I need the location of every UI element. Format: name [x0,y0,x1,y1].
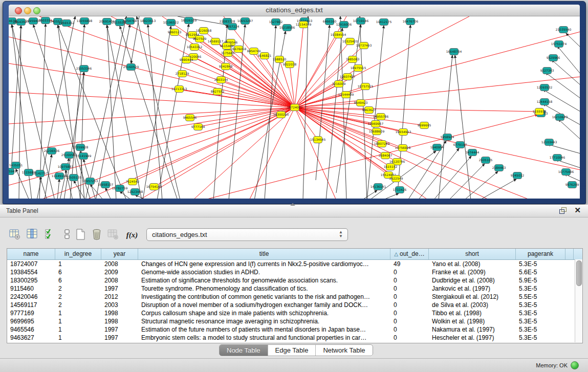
select-columns-icon[interactable] [44,228,57,242]
column-header-year[interactable]: year [101,249,138,259]
graph-node[interactable]: 3474444 [466,149,480,156]
graph-node[interactable]: 11544409 [338,92,354,98]
graph-node[interactable]: 9146821 [258,53,272,59]
graph-node[interactable]: 9699695 [418,122,431,129]
close-panel-icon[interactable]: ✕ [574,206,581,215]
graph-node[interactable]: 9777169 [191,124,205,130]
row-height-icon[interactable] [60,228,74,242]
new-file-icon[interactable] [74,228,87,242]
column-header-name[interactable]: name [7,249,55,259]
table-row[interactable]: 1938455462009Genome-wide association stu… [7,268,582,276]
graph-node[interactable]: 12444158 [537,99,553,105]
float-panel-icon[interactable] [559,207,567,214]
table-scrollbar[interactable] [575,259,582,342]
graph-node[interactable]: 11145194 [52,173,68,180]
graph-node[interactable]: 9329966 [547,55,560,61]
table-settings-icon[interactable] [8,228,21,242]
graph-node[interactable]: 15141949 [76,153,92,160]
graph-node[interactable]: 6466160 [323,18,337,25]
window-titlebar[interactable]: citations_edges.txt [9,5,580,16]
graph-node[interactable]: 11055898 [77,18,93,25]
graph-node[interactable]: 10196522 [163,19,179,26]
graph-node[interactable]: 19737493 [356,42,372,49]
splitter-handle[interactable] [290,203,295,206]
graph-node[interactable]: 9463627 [362,107,376,114]
graph-node[interactable]: 10975887 [58,164,74,170]
graph-node[interactable]: 16958107 [98,182,114,188]
graph-node[interactable]: 1615152 [384,164,398,170]
column-header-pagerank[interactable]: pagerank [516,249,565,259]
table-row[interactable]: 1456911722003Disruption of a novel membe… [7,301,582,309]
delete-file-icon[interactable] [90,228,103,242]
graph-node[interactable]: 1527802 [269,19,283,26]
graph-node[interactable]: 16648784 [446,49,462,55]
table-row[interactable]: 946362711997Embryonic stem cells: a mode… [7,334,582,342]
graph-node[interactable]: 20206536 [44,148,60,155]
graph-node[interactable]: 1733426 [393,187,407,193]
graph-node[interactable]: 17710046 [550,155,565,161]
graph-node[interactable]: 1435051 [9,162,23,169]
graph-node[interactable]: 16782759 [112,185,128,192]
column-header-out_de…[interactable]: △out_de… [390,249,429,259]
graph-node[interactable]: 12093532 [537,84,553,91]
graph-node[interactable]: 19565352 [59,20,75,27]
column-header-filler[interactable] [565,249,574,259]
table-row[interactable]: 969969511998Structural magnetic resonanc… [7,317,582,325]
graph-node[interactable]: 8427552 [211,89,225,95]
graph-node[interactable]: 19654923 [396,129,411,136]
table-row[interactable]: 1830029562008Estimation of significance … [7,276,582,285]
graph-node[interactable]: 16026169 [181,17,197,24]
graph-node[interactable]: 12103443 [541,139,557,146]
graph-node[interactable]: 9227343 [540,68,554,74]
insert-column-icon[interactable] [26,228,39,242]
network-graph[interactable]: 9546780206435971695940785033111405572419… [9,16,580,199]
graph-node[interactable]: 2184463 [492,165,506,171]
graph-node[interactable]: 12154349 [296,21,312,28]
graph-node[interactable]: 8549423 [354,100,368,106]
graph-node[interactable]: 9322038 [283,61,297,68]
graph-node[interactable]: 7485083 [346,56,360,63]
graph-node[interactable]: 9876299 [565,182,579,188]
tab-edge-table[interactable]: Edge Table [268,345,316,356]
graph-node[interactable]: 1640954 [430,144,444,151]
graph-node[interactable]: 19218586 [279,25,295,31]
graph-node[interactable]: 21035540 [556,27,572,33]
graph-node[interactable]: 12505135 [66,174,82,181]
graph-node[interactable]: 14136141 [371,184,386,190]
graph-node[interactable]: 12142757 [32,170,48,177]
graph-node[interactable]: 2718129 [176,71,189,77]
graph-node[interactable]: 17359928 [73,144,89,151]
graph-node[interactable]: 16210643 [552,114,568,121]
tab-node-table[interactable]: Node Table [220,345,268,356]
graph-node[interactable]: 7957224 [226,24,239,30]
table-row[interactable]: 946554611997Estimation of the future num… [7,325,582,334]
graph-node[interactable]: 5958924 [441,134,454,141]
graph-node[interactable]: 10775486 [558,169,574,176]
graph-node[interactable]: 18757515 [358,83,374,90]
graph-node[interactable]: 10653287 [237,18,253,25]
scrollbar-thumb[interactable] [576,260,582,286]
column-header-in_degree[interactable]: in_degree [55,249,101,259]
graph-node[interactable]: 15134545 [310,137,326,143]
graph-node[interactable]: 9245012 [511,172,525,179]
memory-status-indicator[interactable] [571,361,579,369]
graph-node[interactable]: 2935105 [479,157,493,164]
table-row[interactable]: 911546021997Tourette syndrome. Phenomeno… [7,285,582,293]
graph-node[interactable]: 18300295 [273,112,289,118]
graph-node[interactable]: 18923513 [140,18,156,25]
graph-node[interactable]: 3915941 [9,168,17,175]
table-row[interactable]: 2242004622012Investigating the contribut… [7,293,582,301]
table-row[interactable]: 977716911998Corpus callosum shape and si… [7,309,582,317]
graph-node[interactable]: 14955786 [373,114,389,120]
graph-node[interactable]: 16754145 [146,184,162,190]
graph-node[interactable]: 19756928 [395,145,411,151]
graph-node[interactable]: 12916006 [336,21,352,28]
graph-node[interactable]: 2803144 [214,77,228,83]
graph-node[interactable]: 21053346 [76,65,92,72]
graph-node[interactable]: 15751074 [551,41,567,48]
tab-network-table[interactable]: Network Table [316,345,372,356]
graph-node[interactable]: 9465546 [183,115,197,121]
graph-node[interactable]: 10688609 [369,128,385,135]
graph-node[interactable]: 1588520 [273,56,287,63]
network-canvas[interactable]: 9546780206435971695940785033111405572419… [9,16,580,199]
